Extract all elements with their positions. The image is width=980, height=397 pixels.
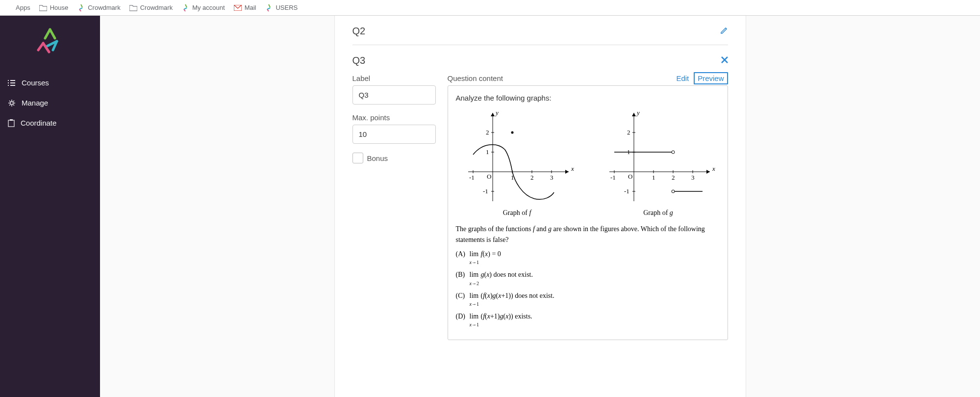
sidebar: Courses Manage Coordinate bbox=[0, 16, 100, 397]
svg-text:2: 2 bbox=[627, 129, 630, 136]
svg-text:-1: -1 bbox=[469, 174, 475, 181]
content-tabs: Edit Preview bbox=[673, 74, 728, 82]
remove-button[interactable] bbox=[721, 55, 728, 66]
q3-title: Q3 bbox=[352, 55, 366, 66]
folder-icon bbox=[39, 4, 47, 11]
content-heading: Question content bbox=[448, 74, 503, 82]
svg-rect-17 bbox=[8, 120, 14, 127]
graph-f-svg: x y O -1 1 2 3 2 1 - bbox=[458, 108, 576, 206]
folder-icon bbox=[129, 4, 137, 11]
option-d: (D) limx→1 (f(x+1)g(x)) exists. bbox=[456, 311, 720, 329]
crowdmark-logo-icon bbox=[34, 26, 66, 58]
points-label: Max. points bbox=[352, 113, 436, 122]
bookmark-label: USERS bbox=[276, 4, 298, 11]
sidebar-item-courses[interactable]: Courses bbox=[0, 73, 100, 93]
svg-text:x: x bbox=[571, 165, 574, 172]
crowdmark-icon bbox=[181, 4, 189, 12]
crowdmark-icon bbox=[77, 4, 85, 12]
tab-edit[interactable]: Edit bbox=[673, 73, 692, 83]
bookmarks-bar: Apps House Crowdmark Crowdmark My accoun… bbox=[0, 0, 980, 16]
bookmark-label: Crowdmark bbox=[140, 4, 173, 11]
statement-block: The graphs of the functions f and g are … bbox=[456, 224, 720, 329]
bookmark-my-account[interactable]: My account bbox=[181, 4, 225, 12]
svg-point-64 bbox=[672, 190, 675, 193]
svg-marker-42 bbox=[706, 170, 710, 174]
content-area: Q2 Q3 bbox=[100, 16, 980, 397]
sidebar-logo bbox=[0, 26, 100, 58]
bookmark-crowdmark-2[interactable]: Crowdmark bbox=[129, 4, 173, 11]
svg-text:-1: -1 bbox=[624, 187, 629, 195]
pencil-icon bbox=[720, 26, 728, 34]
points-input[interactable] bbox=[352, 125, 436, 144]
apps-grid-icon bbox=[5, 4, 13, 12]
option-c: (C) limx→1 (f(x)g(x+1)) does not exist. bbox=[456, 291, 720, 308]
svg-rect-13 bbox=[10, 82, 15, 83]
svg-text:3: 3 bbox=[691, 174, 695, 181]
preview-box: Analyze the following graphs: bbox=[448, 85, 728, 340]
svg-text:1: 1 bbox=[652, 174, 655, 181]
svg-marker-44 bbox=[632, 113, 636, 116]
question-content: Question content Edit Preview Analyze th… bbox=[448, 74, 728, 340]
question-settings: Label Max. points Bonus bbox=[352, 74, 436, 340]
svg-rect-18 bbox=[10, 119, 13, 121]
gmail-icon bbox=[234, 5, 242, 11]
sidebar-item-manage[interactable]: Manage bbox=[0, 93, 100, 113]
list-icon bbox=[8, 79, 16, 86]
svg-text:O: O bbox=[628, 173, 632, 180]
svg-text:1: 1 bbox=[486, 148, 489, 156]
svg-text:O: O bbox=[487, 173, 491, 180]
svg-rect-11 bbox=[10, 80, 15, 81]
option-b: (B) limx→2 g(x) does not exist. bbox=[456, 269, 720, 287]
svg-point-40 bbox=[511, 132, 513, 134]
graph-g-caption: Graph of g bbox=[643, 209, 673, 217]
svg-text:2: 2 bbox=[672, 174, 675, 181]
close-icon bbox=[721, 56, 728, 63]
q2-title: Q2 bbox=[352, 26, 366, 37]
svg-rect-14 bbox=[8, 85, 9, 86]
svg-marker-20 bbox=[565, 170, 569, 174]
svg-marker-22 bbox=[491, 113, 495, 116]
instruction-text: Analyze the following graphs: bbox=[456, 94, 720, 102]
question-q3: Q3 Label Max. points bbox=[352, 45, 728, 352]
bookmark-house[interactable]: House bbox=[39, 4, 69, 11]
svg-text:y: y bbox=[495, 109, 499, 116]
graph-f-caption: Graph of f bbox=[503, 209, 531, 217]
question-q2: Q2 bbox=[352, 16, 728, 45]
tab-preview[interactable]: Preview bbox=[694, 72, 728, 84]
svg-point-63 bbox=[672, 151, 675, 154]
bookmark-label: Mail bbox=[245, 4, 256, 11]
bookmark-crowdmark-1[interactable]: Crowdmark bbox=[77, 4, 120, 12]
bookmark-label: Crowdmark bbox=[88, 4, 120, 11]
svg-text:2: 2 bbox=[486, 129, 489, 136]
graph-g-svg: x y O -1 1 2 3 2 1 - bbox=[600, 108, 717, 206]
bonus-label: Bonus bbox=[367, 154, 388, 162]
svg-text:-1: -1 bbox=[483, 187, 488, 195]
graph-f: x y O -1 1 2 3 2 1 - bbox=[456, 108, 578, 217]
label-input[interactable] bbox=[352, 85, 436, 105]
sidebar-item-label: Courses bbox=[22, 79, 49, 87]
graph-g: x y O -1 1 2 3 2 1 - bbox=[597, 108, 720, 217]
gear-icon bbox=[8, 99, 16, 107]
svg-text:x: x bbox=[712, 165, 715, 172]
bookmark-apps[interactable]: Apps bbox=[5, 4, 30, 12]
bookmark-label: Apps bbox=[16, 4, 30, 11]
svg-rect-12 bbox=[8, 82, 9, 83]
svg-text:y: y bbox=[636, 109, 640, 116]
statement-text: The graphs of the functions f and g are … bbox=[456, 224, 720, 246]
svg-point-16 bbox=[10, 102, 13, 105]
option-a: (A) limx→1 f(x) = 0 bbox=[456, 249, 720, 266]
bookmark-users[interactable]: USERS bbox=[265, 4, 298, 12]
edit-button[interactable] bbox=[720, 26, 728, 36]
sidebar-item-label: Coordinate bbox=[21, 119, 56, 127]
svg-text:3: 3 bbox=[550, 174, 553, 181]
crowdmark-icon bbox=[265, 4, 273, 12]
svg-rect-15 bbox=[10, 85, 15, 86]
sidebar-item-coordinate[interactable]: Coordinate bbox=[0, 113, 100, 133]
label-label: Label bbox=[352, 74, 436, 82]
sidebar-item-label: Manage bbox=[22, 99, 48, 107]
bonus-checkbox[interactable] bbox=[352, 153, 363, 163]
svg-text:-1: -1 bbox=[610, 174, 616, 181]
bookmark-mail[interactable]: Mail bbox=[234, 4, 256, 11]
svg-rect-10 bbox=[8, 80, 9, 81]
svg-text:2: 2 bbox=[530, 174, 534, 181]
